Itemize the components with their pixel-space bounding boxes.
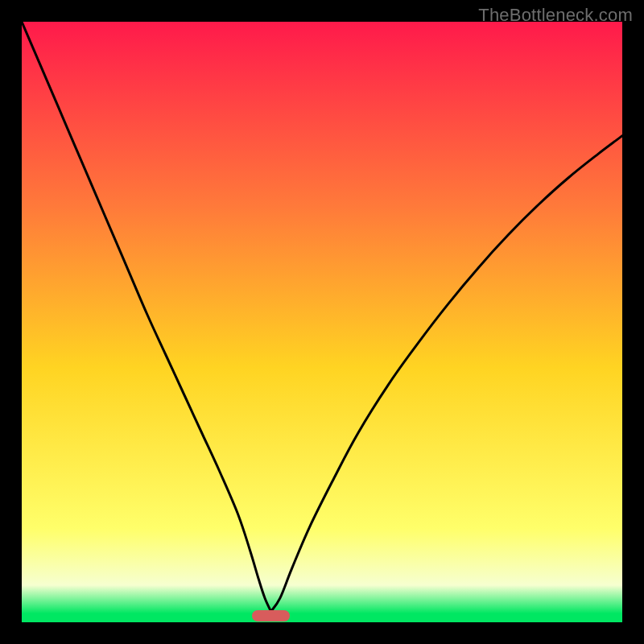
chart-frame: TheBottleneck.com [0, 0, 644, 644]
plot-svg [22, 22, 622, 622]
watermark-label: TheBottleneck.com [478, 5, 633, 26]
minimum-marker [252, 610, 289, 621]
plot-area [22, 22, 622, 622]
gradient-background [22, 22, 622, 622]
